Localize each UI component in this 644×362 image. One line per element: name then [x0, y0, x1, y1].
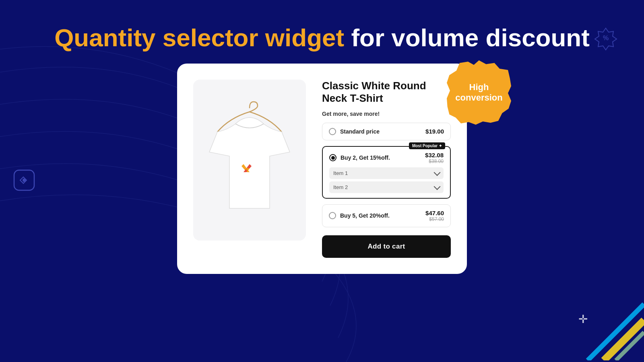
buy5-price-original: $57.00: [425, 216, 444, 222]
add-to-cart-button[interactable]: Add to cart: [322, 235, 451, 258]
option-buy5[interactable]: Buy 5, Get 20%off. $47.60 $57.00: [322, 204, 451, 227]
option-buy2-left: Buy 2, Get 15%off.: [329, 154, 390, 161]
option-buy5-label: Buy 5, Get 20%off.: [340, 212, 390, 219]
item1-label: Item 1: [333, 170, 348, 176]
product-image-container: [193, 80, 306, 241]
item2-dropdown[interactable]: Item 2: [329, 181, 444, 193]
option-standard[interactable]: Standard price $19.00: [322, 123, 451, 140]
left-decorative-icon: [12, 168, 36, 194]
buy5-price-current: $47.60: [425, 210, 444, 216]
product-name: Classic White Round Neck T-Shirt: [322, 80, 451, 105]
buy2-price-original: $38.00: [425, 158, 444, 164]
item1-chevron-icon: [434, 169, 441, 176]
option-buy2-prices: $32.08 $38.00: [425, 152, 444, 164]
scallop-shape: High conversion: [447, 60, 511, 125]
svg-line-3: [604, 320, 644, 360]
most-popular-badge: Most Popular ✦: [409, 142, 445, 149]
plus-icon: ✛: [578, 313, 588, 326]
product-card: Classic White Round Neck T-Shirt Get mor…: [177, 64, 467, 274]
svg-line-5: [616, 332, 644, 360]
bottom-right-stripe: [564, 280, 644, 362]
standard-price: $19.00: [425, 128, 444, 135]
radio-buy5: [329, 212, 336, 219]
option-standard-left: Standard price: [329, 128, 380, 135]
option-buy2[interactable]: Most Popular ✦ Buy 2, Get 15%off. $32.08…: [322, 146, 451, 199]
product-subtitle: Get more, save more!: [322, 111, 451, 117]
option-buy5-left: Buy 5, Get 20%off.: [329, 212, 390, 219]
item-dropdowns: Item 1 Item 2: [329, 167, 444, 193]
buy2-price-current: $32.08: [425, 152, 444, 158]
high-conversion-badge: High conversion: [447, 60, 511, 125]
radio-standard: [329, 128, 336, 135]
svg-line-4: [588, 304, 644, 360]
title-part2: for volume discount: [351, 24, 589, 51]
item2-chevron-icon: [434, 183, 441, 190]
title-part1: Quantity selector widget: [54, 24, 344, 51]
page-header: Quantity selector widget for volume disc…: [0, 0, 644, 51]
product-image: [205, 100, 294, 220]
page-title: Quantity selector widget for volume disc…: [0, 24, 644, 51]
svg-point-1: [23, 179, 26, 182]
product-info: Classic White Round Neck T-Shirt Get mor…: [322, 80, 451, 257]
radio-buy2: [329, 154, 336, 161]
badge-text: High conversion: [451, 78, 506, 107]
option-standard-prices: $19.00: [425, 128, 444, 135]
option-standard-label: Standard price: [340, 128, 380, 135]
item2-label: Item 2: [333, 184, 348, 190]
item1-dropdown[interactable]: Item 1: [329, 167, 444, 179]
option-buy2-label: Buy 2, Get 15%off.: [341, 154, 390, 161]
option-buy5-prices: $47.60 $57.00: [425, 210, 444, 222]
